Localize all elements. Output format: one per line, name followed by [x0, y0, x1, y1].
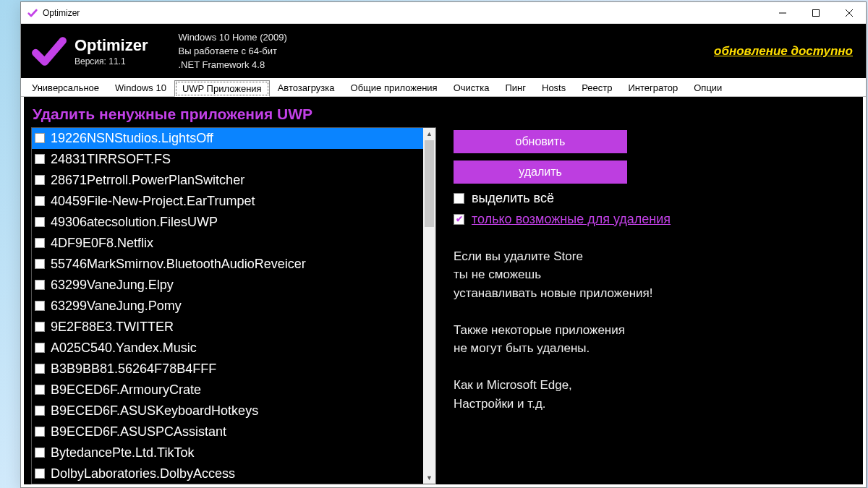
app-checkbox[interactable] [35, 154, 45, 164]
tab-универсальное[interactable]: Универсальное [24, 80, 107, 96]
app-checkbox[interactable] [35, 468, 45, 479]
app-label: DolbyLaboratories.DolbyAccess [51, 466, 235, 481]
app-row[interactable]: B9ECED6F.ASUSPCAssistant [32, 421, 423, 442]
app-name: Optimizer [75, 36, 148, 55]
app-checkbox[interactable] [35, 133, 45, 143]
main-row: 19226NSNStudios.LightsOff24831TIRRSOFT.F… [24, 127, 863, 484]
app-row[interactable]: B9ECED6F.ArmouryCrate [32, 380, 423, 401]
app-label: 9E2F88E3.TWITTER [51, 320, 174, 335]
app-label: 19226NSNStudios.LightsOff [51, 131, 213, 146]
warning-text: Если вы удалите Store ты не сможешь уста… [454, 247, 848, 414]
warn-l3: устанавливать новые приложения! [454, 284, 848, 303]
tab-опции[interactable]: Опции [686, 80, 730, 96]
app-label: 24831TIRRSOFT.FS [51, 152, 171, 167]
minimize-button[interactable] [766, 2, 799, 23]
app-row[interactable]: 40459File-New-Project.EarTrumpet [32, 191, 423, 212]
tab-очистка[interactable]: Очистка [446, 80, 498, 96]
tab-автозагрузка[interactable]: Автозагрузка [270, 80, 343, 96]
scrollbar[interactable]: ▲ ▼ [423, 128, 435, 484]
tab-windows-10[interactable]: Windows 10 [107, 80, 174, 96]
app-checkbox[interactable] [35, 238, 45, 248]
app-label: 49306atecsolution.FilesUWP [51, 215, 218, 230]
app-checkbox[interactable] [35, 259, 45, 269]
app-label: 4DF9E0F8.Netflix [51, 236, 153, 251]
update-link[interactable]: обновление доступно [714, 44, 853, 59]
app-checkbox[interactable] [35, 322, 45, 332]
app-checkbox[interactable] [35, 427, 45, 437]
app-checkbox[interactable] [35, 406, 45, 416]
tab-пинг[interactable]: Пинг [497, 80, 534, 96]
app-label: BytedancePte.Ltd.TikTok [51, 445, 194, 461]
app-label: B9ECED6F.ArmouryCrate [51, 382, 201, 398]
app-row[interactable]: 4DF9E0F8.Netflix [32, 233, 423, 254]
app-checkbox[interactable] [35, 385, 45, 395]
app-row[interactable]: 63299VaneJung.Elpy [32, 275, 423, 296]
app-checkbox[interactable] [35, 364, 45, 374]
warn-l5: не могут быть удалены. [454, 339, 848, 358]
only-removable-row[interactable]: ✔ только возможные для удаления [454, 212, 848, 227]
logo-icon [31, 33, 67, 69]
app-row[interactable]: 24831TIRRSOFT.FS [32, 149, 423, 170]
content-area: Удалить ненужные приложения UWP 19226NSN… [21, 97, 866, 487]
app-version: Версия: 11.1 [75, 56, 148, 67]
app-label: 28671Petrroll.PowerPlanSwitcher [51, 173, 244, 188]
app-list[interactable]: 19226NSNStudios.LightsOff24831TIRRSOFT.F… [32, 128, 423, 484]
warn-l7: Настройки и т.д. [454, 395, 848, 414]
app-label: B9ECED6F.ASUSPCAssistant [51, 424, 226, 440]
app-checkbox[interactable] [35, 280, 45, 290]
delete-button[interactable]: удалить [454, 160, 627, 184]
app-label: 55746MarkSmirnov.BluetoothAudioReveicer [51, 257, 306, 272]
app-row[interactable]: A025C540.Yandex.Music [32, 338, 423, 359]
app-icon [27, 7, 38, 19]
warn-l1: Если вы удалите Store [454, 247, 848, 266]
maximize-icon [812, 9, 820, 17]
app-row[interactable]: 9E2F88E3.TWITTER [32, 317, 423, 338]
select-all-row[interactable]: выделить всё [454, 191, 848, 206]
only-removable-label: только возможные для удаления [472, 212, 671, 227]
app-list-container: 19226NSNStudios.LightsOff24831TIRRSOFT.F… [31, 127, 436, 484]
refresh-button[interactable]: обновить [454, 130, 627, 153]
titlebar: Optimizer [21, 2, 866, 24]
tab-интегратор[interactable]: Интегратор [620, 80, 686, 96]
app-label: 63299VaneJung.Pomy [51, 299, 182, 314]
tab-общие-приложения[interactable]: Общие приложения [343, 80, 446, 96]
app-checkbox[interactable] [35, 301, 45, 311]
warn-l2: ты не сможешь [454, 265, 848, 284]
app-row[interactable]: BytedancePte.Ltd.TikTok [32, 442, 423, 463]
tab-hosts[interactable]: Hosts [534, 80, 574, 96]
os-line: Windows 10 Home (2009) [178, 31, 286, 45]
app-window: Optimizer Optimizer Версия: 11.1 Windows… [20, 1, 867, 488]
app-row[interactable]: 19226NSNStudios.LightsOff [32, 128, 423, 149]
scroll-down-icon[interactable]: ▼ [423, 471, 435, 484]
close-button[interactable] [833, 2, 866, 23]
select-all-checkbox[interactable] [454, 193, 464, 204]
app-checkbox[interactable] [35, 448, 45, 458]
app-checkbox[interactable] [35, 217, 45, 227]
scroll-up-icon[interactable]: ▲ [423, 128, 435, 140]
app-label: 63299VaneJung.Elpy [51, 278, 174, 293]
scroll-thumb[interactable] [425, 140, 434, 227]
tab-uwp-приложения[interactable]: UWP Приложения [174, 80, 270, 97]
app-label: B9ECED6F.ASUSKeyboardHotkeys [51, 403, 258, 419]
system-info: Windows 10 Home (2009) Вы работаете с 64… [178, 31, 286, 72]
app-row[interactable]: B3B9BB81.56264F78B4FFF [32, 359, 423, 380]
window-controls [766, 2, 866, 23]
arch-line: Вы работаете с 64-бит [178, 45, 286, 59]
app-checkbox[interactable] [35, 343, 45, 353]
app-row[interactable]: DolbyLaboratories.DolbyAccess [32, 463, 423, 484]
app-row[interactable]: 63299VaneJung.Pomy [32, 296, 423, 317]
app-row[interactable]: 55746MarkSmirnov.BluetoothAudioReveicer [32, 254, 423, 275]
app-row[interactable]: 49306atecsolution.FilesUWP [32, 212, 423, 233]
app-row[interactable]: B9ECED6F.ASUSKeyboardHotkeys [32, 401, 423, 421]
only-removable-checkbox[interactable]: ✔ [454, 214, 464, 225]
app-row[interactable]: 28671Petrroll.PowerPlanSwitcher [32, 170, 423, 191]
app-label: B3B9BB81.56264F78B4FFF [51, 361, 216, 377]
maximize-button[interactable] [799, 2, 833, 23]
tab-реестр[interactable]: Реестр [574, 80, 620, 96]
titlebar-title: Optimizer [43, 8, 766, 18]
header-titles: Optimizer Версия: 11.1 [75, 36, 148, 67]
app-checkbox[interactable] [35, 175, 45, 185]
minimize-icon [779, 9, 786, 17]
app-checkbox[interactable] [35, 196, 45, 206]
warn-l6: Как и Microsoft Edge, [454, 376, 848, 395]
